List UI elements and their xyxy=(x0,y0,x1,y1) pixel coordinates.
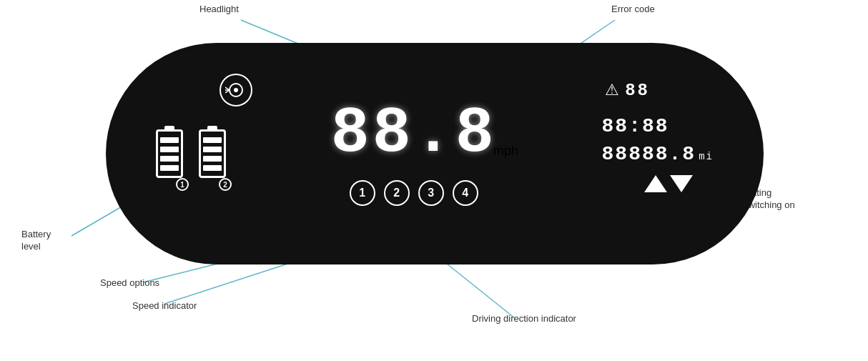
error-code-display: 88 xyxy=(625,81,650,100)
battery-2-body xyxy=(199,129,226,178)
battery-1-number: 1 xyxy=(176,178,189,191)
error-section: ⚠ 88 xyxy=(605,81,650,100)
battery-bar xyxy=(203,165,222,171)
battery-bar xyxy=(203,137,222,143)
battery-bar xyxy=(160,165,179,171)
mileage-display: 88888.8 mi xyxy=(602,143,714,165)
battery-1-body xyxy=(156,129,183,178)
speed-option-4[interactable]: 4 xyxy=(453,180,478,206)
speed-display: 88.8 xyxy=(331,102,497,166)
battery-2-icon: 2 xyxy=(199,129,226,178)
battery-section: 1 2 xyxy=(156,129,226,178)
battery-bar xyxy=(160,147,179,152)
speed-option-2[interactable]: 2 xyxy=(384,180,410,206)
battery-bar xyxy=(203,147,222,152)
right-section: 88:88 88888.8 mi xyxy=(602,115,714,165)
svg-point-12 xyxy=(234,88,238,92)
time-display: 88:88 xyxy=(602,115,669,137)
speed-unit: mph xyxy=(493,144,518,159)
driving-direction-label: Driving direction indicator xyxy=(472,313,576,325)
speed-option-1[interactable]: 1 xyxy=(350,180,375,206)
battery-1-icon: 1 xyxy=(156,129,183,178)
mileage-value: 88888.8 xyxy=(602,143,696,165)
arrow-up-icon xyxy=(644,175,667,192)
battery-bar xyxy=(203,156,222,162)
battery-level-label: Battery level xyxy=(21,229,51,253)
direction-arrows xyxy=(644,175,693,192)
warning-icon: ⚠ xyxy=(605,81,619,99)
svg-line-5 xyxy=(443,261,515,318)
speed-indicator-label: Speed indicator xyxy=(132,300,197,312)
mileage-unit: mi xyxy=(699,151,714,162)
speed-options: 1 2 3 4 xyxy=(350,180,478,206)
speed-option-3[interactable]: 3 xyxy=(418,180,444,206)
headlight-icon xyxy=(220,74,252,107)
battery-2-number: 2 xyxy=(219,178,232,191)
dashboard-panel: ⚠ 88 1 2 xyxy=(106,43,764,264)
headlight-label: Headlight xyxy=(199,4,239,16)
battery-bar xyxy=(160,137,179,143)
speed-options-label: Speed options xyxy=(100,277,159,290)
battery-bar xyxy=(160,156,179,162)
error-code-label: Error code xyxy=(611,4,655,16)
arrow-down-icon xyxy=(670,175,693,192)
speed-section: 88.8 mph 1 2 3 4 xyxy=(331,102,497,206)
